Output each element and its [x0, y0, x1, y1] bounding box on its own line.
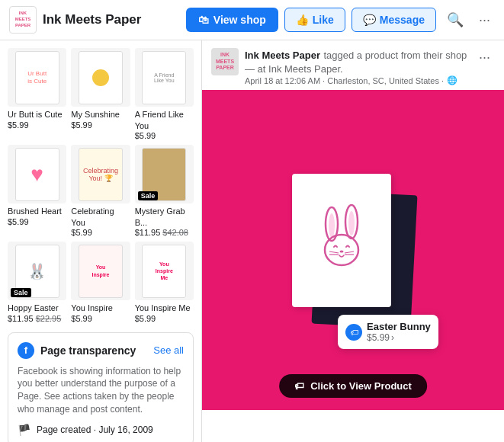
product-price-4: $5.99 — [8, 217, 66, 226]
search-button[interactable]: 🔍 — [442, 7, 468, 33]
sale-badge-7: Sale — [11, 288, 31, 297]
page-logo: INK MEETS PAPER — [9, 6, 37, 34]
page-header: INK MEETS PAPER Ink Meets Paper 🛍 View s… — [0, 0, 504, 40]
thumbs-up-icon: 👍 — [296, 14, 309, 26]
page-transparency-section: f Page transparency See all Facebook is … — [8, 332, 194, 442]
product-original-price-7: $22.95 — [36, 314, 62, 323]
list-item[interactable]: My Sunshine $5.99 — [71, 48, 130, 140]
see-all-link[interactable]: See all — [153, 344, 184, 356]
bunny-emoji: 🐰 — [27, 262, 47, 280]
post-more-button[interactable]: ··· — [474, 48, 495, 67]
product-price-2: $5.99 — [71, 120, 130, 130]
sale-badge-6: Sale — [138, 191, 159, 200]
svg-point-1 — [329, 213, 335, 238]
product-card-inspire2: YouInspireMe — [142, 245, 186, 298]
product-card-celebrating: CelebratingYou! 🏆 — [79, 148, 123, 201]
product-price-3: $5.99 — [135, 131, 194, 140]
product-card-sun — [79, 51, 123, 104]
product-price-9: $5.99 — [135, 314, 194, 323]
product-image-wrap-5: CelebratingYou! 🏆 — [71, 145, 130, 203]
list-item[interactable]: YouInspireMe You Inspire Me $5.99 — [135, 242, 194, 323]
svg-point-4 — [325, 235, 358, 265]
product-price-8: $5.99 — [71, 314, 130, 323]
product-card-heart: ♥ — [15, 148, 59, 201]
product-image-wrap-9: YouInspireMe — [135, 242, 194, 300]
tooltip-product-name: Easter Bunny — [367, 321, 431, 332]
product-price-6: $11.95 — [135, 228, 161, 237]
list-item[interactable]: 🐰 Sale Hoppy Easter $11.95 $22.95 — [8, 242, 66, 323]
product-grid: Ur Buttis Cute Ur Butt is Cute $5.99 My — [8, 48, 194, 323]
like-button[interactable]: 👍 Like — [284, 8, 345, 32]
flag-icon: 🏴 — [18, 424, 30, 436]
ellipsis-icon: ··· — [479, 12, 490, 27]
messenger-icon: 💬 — [363, 14, 376, 26]
svg-line-8 — [345, 251, 354, 253]
right-panel: INKMEETSPAPER Ink Meets Paper tagged a p… — [202, 40, 504, 442]
search-icon: 🔍 — [447, 12, 464, 27]
white-card — [292, 174, 391, 307]
transparency-title: Page transparency — [40, 344, 136, 357]
list-item[interactable]: ♥ Brushed Heart $5.99 — [8, 145, 66, 237]
product-name-4: Brushed Heart — [8, 206, 66, 216]
list-item[interactable]: CelebratingYou! 🏆 Celebrating You $5.99 — [71, 145, 130, 237]
product-image-wrap-8: YouInspire — [71, 242, 130, 300]
click-to-view-button[interactable]: 🏷 Click to View Product — [279, 374, 427, 398]
heart-icon: ♥ — [30, 162, 43, 187]
product-price-7: $11.95 — [8, 314, 34, 323]
product-price-1: $5.99 — [8, 120, 66, 130]
page-created-text: Page created · July 16, 2009 — [37, 424, 153, 435]
svg-point-3 — [348, 211, 355, 235]
list-item[interactable]: YouInspire You Inspire $5.99 — [71, 242, 130, 323]
post-header: INKMEETSPAPER Ink Meets Paper tagged a p… — [202, 40, 504, 90]
tooltip-product-price: $5.99 › — [367, 332, 431, 343]
transparency-description: Facebook is showing information to help … — [18, 365, 184, 416]
product-name-9: You Inspire Me — [135, 303, 194, 313]
post-image: 🏷 Easter Bunny $5.99 › 🏷 Click to View P… — [202, 90, 504, 410]
product-name-2: My Sunshine — [71, 109, 130, 120]
list-item[interactable]: Sale Mystery Grab B... $11.95 $42.08 — [135, 145, 194, 237]
product-image-stack — [292, 174, 414, 326]
view-shop-button[interactable]: 🛍 View shop — [186, 8, 278, 32]
product-name-7: Hoppy Easter — [8, 303, 66, 313]
product-name-6: Mystery Grab B... — [135, 206, 194, 228]
page-created-info: 🏴 Page created · July 16, 2009 — [18, 424, 184, 436]
svg-line-6 — [329, 251, 339, 253]
sun-circle — [92, 69, 109, 86]
product-image-wrap-6: Sale — [135, 145, 194, 203]
message-button[interactable]: 💬 Message — [352, 8, 436, 32]
avatar: INKMEETSPAPER — [211, 48, 239, 75]
product-image-wrap-7: 🐰 Sale — [8, 242, 66, 300]
product-image-wrap-3: A FriendLike You — [135, 48, 194, 107]
product-card-inspire1: YouInspire — [79, 245, 123, 298]
product-image-wrap-4: ♥ — [8, 145, 66, 203]
shop-tag-icon: 🏷 — [294, 380, 304, 392]
product-original-price-6: $42.08 — [162, 228, 188, 237]
list-item[interactable]: A FriendLike You A Friend Like You $5.99 — [135, 48, 194, 140]
bunny-svg — [311, 195, 372, 287]
chevron-right-icon: › — [391, 332, 394, 343]
product-price-5: $5.99 — [71, 228, 130, 237]
facebook-icon: f — [18, 342, 34, 359]
product-tooltip[interactable]: 🏷 Easter Bunny $5.99 › — [338, 315, 438, 349]
main-content: Ur Buttis Cute Ur Butt is Cute $5.99 My — [0, 40, 504, 442]
product-name-5: Celebrating You — [71, 206, 130, 228]
page-title: Ink Meets Paper — [43, 12, 180, 27]
product-name-1: Ur Butt is Cute — [8, 109, 66, 120]
product-name-3: A Friend Like You — [135, 109, 194, 131]
more-options-button[interactable]: ··· — [474, 8, 495, 33]
product-name-8: You Inspire — [71, 303, 130, 313]
post-meta: April 18 at 12:06 AM · Charleston, SC, U… — [245, 75, 468, 85]
globe-icon: 🌐 — [447, 75, 457, 85]
product-image-wrap-2 — [71, 48, 130, 107]
list-item[interactable]: Ur Buttis Cute Ur Butt is Cute $5.99 — [8, 48, 66, 140]
tooltip-dot-icon: 🏷 — [345, 324, 362, 341]
left-panel: Ur Buttis Cute Ur Butt is Cute $5.99 My — [0, 40, 202, 442]
product-card-friend: A FriendLike You — [142, 51, 186, 104]
product-card-butt: Ur Buttis Cute — [15, 51, 59, 104]
product-image-wrap-1: Ur Buttis Cute — [8, 48, 66, 107]
post-page-name: Ink Meets Paper — [245, 50, 320, 61]
shop-bag-icon: 🛍 — [198, 14, 209, 26]
svg-point-5 — [340, 250, 344, 252]
